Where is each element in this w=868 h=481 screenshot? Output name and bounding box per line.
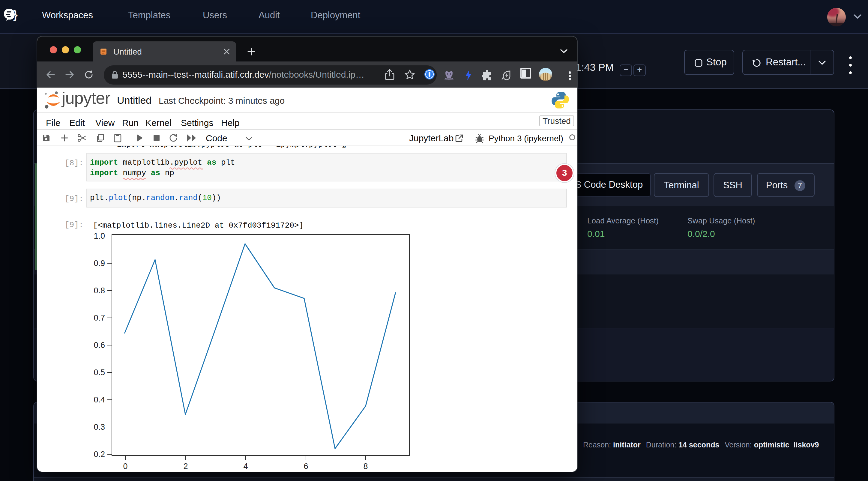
svg-text:4: 4 <box>243 462 248 470</box>
svg-text:2: 2 <box>183 462 188 470</box>
svg-text:0.4: 0.4 <box>94 395 105 404</box>
svg-text:0: 0 <box>123 462 127 470</box>
svg-text:0.8: 0.8 <box>94 286 105 295</box>
svg-text:0.3: 0.3 <box>94 422 105 431</box>
svg-text:0.7: 0.7 <box>94 313 105 322</box>
svg-text:8: 8 <box>363 462 368 470</box>
svg-text:1.0: 1.0 <box>94 231 105 241</box>
svg-text:0.5: 0.5 <box>94 368 105 377</box>
svg-text:}: } <box>13 8 18 21</box>
svg-text:0.2: 0.2 <box>94 450 105 459</box>
svg-text:0.9: 0.9 <box>94 259 105 268</box>
svg-text:6: 6 <box>304 462 308 470</box>
svg-text:0.6: 0.6 <box>94 341 105 350</box>
